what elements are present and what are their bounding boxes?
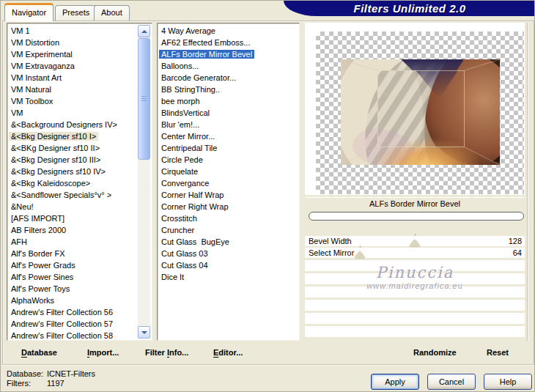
list-item[interactable]: BB StringThing.. (159, 84, 299, 95)
dialog-buttons: ApplyCancelHelp (371, 374, 532, 390)
slider-label: Select Mirror (309, 248, 354, 258)
list-item-label: Andrew's Filter Collection 58 (9, 331, 115, 340)
list-item-label: BlindsVertical (159, 108, 212, 117)
list-item[interactable]: &<Bkg Designer sf10 III> (9, 154, 138, 166)
list-item[interactable]: Crosstitch (159, 212, 299, 224)
list-item-label: &<Bkg Designer sf10 III> (9, 155, 103, 164)
category-list: VM 1VM DistortionVM ExperimentalVM Extra… (7, 23, 152, 341)
list-item-label: VM Toolbox (9, 97, 55, 106)
list-item[interactable]: &<Bkg Designers sf10 IV> (9, 166, 138, 177)
list-item-label: Alf's Power Grads (9, 261, 78, 270)
toolbar-button-reset[interactable]: Reset (487, 348, 509, 357)
list-item-label: VM (9, 108, 26, 117)
arrow-down-icon (141, 331, 147, 334)
list-item[interactable]: Andrew's Filter Collection 58 (9, 330, 138, 341)
list-item[interactable]: bee morph (159, 95, 299, 107)
list-item-label: &Neu! (9, 202, 36, 211)
list-item[interactable]: &<Background Designers IV> (9, 119, 138, 130)
scroll-down-button[interactable] (138, 326, 150, 339)
list-item[interactable]: Cirquelate (159, 166, 299, 177)
apply-button[interactable]: Apply (371, 374, 419, 390)
list-item[interactable]: VM (9, 107, 138, 119)
list-item-label: Circle Pede (159, 155, 205, 164)
slider-thumb[interactable] (410, 240, 420, 246)
list-item-label: Cut Glass BugEye (159, 237, 232, 246)
list-item[interactable]: Centripedal Tile (159, 142, 299, 154)
list-item[interactable]: &<Sandflower Specials°v° > (9, 189, 138, 201)
list-item[interactable]: Alf's Power Grads (9, 259, 138, 271)
scrollbar-thumb[interactable] (138, 38, 150, 160)
slider-thumb[interactable] (355, 251, 365, 258)
list-item[interactable]: Alf's Power Toys (9, 283, 138, 295)
list-item[interactable]: Balloons... (159, 60, 299, 72)
slider-track[interactable]: Select Mirror64 (305, 248, 525, 258)
list-item[interactable]: Alf's Border FX (9, 248, 138, 259)
list-item[interactable]: VM Distortion (9, 37, 138, 48)
category-scrollbar[interactable] (138, 25, 150, 339)
list-item-label: &<Sandflower Specials°v° > (9, 191, 114, 199)
tab-presets[interactable]: Presets (55, 5, 97, 21)
list-item[interactable]: Convergance (159, 177, 299, 189)
list-item[interactable]: Circle Pede (159, 154, 299, 166)
list-item-label: Alf's Power Sines (9, 273, 75, 281)
scroll-up-button[interactable] (138, 25, 150, 37)
list-item[interactable]: &<Bkg Kaleidoscope> (9, 177, 138, 189)
list-item[interactable]: 4 Way Average (159, 25, 299, 37)
list-item[interactable]: VM Extravaganza (9, 60, 138, 72)
list-item[interactable]: AB Filters 2000 (9, 224, 138, 236)
list-item[interactable]: Corner Right Wrap (159, 201, 299, 212)
tab-about[interactable]: About (94, 5, 130, 21)
list-item[interactable]: AFH (9, 236, 138, 248)
status-row: Filters:1197 (7, 379, 95, 388)
list-item[interactable]: Cut Glass 04 (159, 259, 299, 271)
toolbar-button-import[interactable]: Import... (87, 348, 119, 357)
list-item[interactable]: Cut Glass BugEye (159, 236, 299, 248)
empty-parameter-row (305, 286, 525, 297)
list-item[interactable]: VM Toolbox (9, 95, 138, 107)
list-item[interactable]: VM Experimental (9, 48, 138, 60)
help-button[interactable]: Help (484, 374, 532, 390)
slider-value: 128 (509, 236, 522, 246)
toolbar-button-editor[interactable]: Editor... (213, 348, 243, 357)
horizontal-divider (2, 364, 534, 365)
empty-parameter-row (305, 326, 525, 337)
list-item[interactable]: Corner Half Wrap (159, 189, 299, 201)
toolbar-button-filter-info[interactable]: Filter Info... (145, 348, 188, 357)
list-item[interactable]: AlphaWorks (9, 295, 138, 306)
list-item[interactable]: Andrew's Filter Collection 56 (9, 306, 138, 318)
list-item[interactable]: Alf's Power Sines (9, 271, 138, 283)
list-item-label: Barcode Generator... (159, 73, 238, 82)
list-item-label: Corner Right Wrap (159, 202, 231, 211)
list-item-label: Alf's Border FX (9, 249, 67, 258)
toolbar-button-database[interactable]: Database (21, 348, 57, 357)
list-item[interactable]: Dice It (159, 271, 299, 283)
slider-track[interactable]: Bevel Width128 (305, 236, 525, 246)
list-item[interactable]: VM 1 (9, 25, 138, 37)
list-item-label: AFH (9, 237, 29, 246)
list-item[interactable]: &<Bkg Designer sf10 I> (9, 130, 138, 142)
selected-filter-caption: ALFs Border Mirror Bevel (305, 197, 525, 210)
toolbar-button-randomize[interactable]: Randomize (413, 348, 457, 357)
tab-navigator[interactable]: Navigator (4, 3, 54, 21)
slider-label: Bevel Width (309, 236, 352, 246)
list-item[interactable]: ALFs Border Mirror Bevel (159, 48, 299, 60)
list-item-label: AB Filters 2000 (9, 226, 68, 234)
list-item[interactable]: &Neu! (9, 201, 138, 212)
list-item-label: Corner Half Wrap (159, 191, 226, 199)
list-item-label: BB StringThing.. (159, 85, 222, 94)
list-item[interactable]: Center Mirror... (159, 130, 299, 142)
list-item[interactable]: Barcode Generator... (159, 72, 299, 84)
list-item[interactable]: Blur 'em!... (159, 119, 299, 130)
list-item-label: AF62 Effected Emboss... (159, 38, 252, 47)
list-item[interactable]: BlindsVertical (159, 107, 299, 119)
cancel-button[interactable]: Cancel (427, 374, 476, 390)
list-item[interactable]: Cut Glass 03 (159, 248, 299, 259)
list-item[interactable]: VM Natural (9, 84, 138, 95)
list-item[interactable]: AF62 Effected Emboss... (159, 37, 299, 48)
list-item[interactable]: Cruncher (159, 224, 299, 236)
list-item[interactable]: &<BKg Designer sf10 II> (9, 142, 138, 154)
list-item[interactable]: [AFS IMPORT] (9, 212, 138, 224)
list-item[interactable]: VM Instant Art (9, 72, 138, 84)
list-item[interactable]: Andrew's Filter Collection 57 (9, 318, 138, 330)
status-row: Database:ICNET-Filters (7, 369, 95, 379)
